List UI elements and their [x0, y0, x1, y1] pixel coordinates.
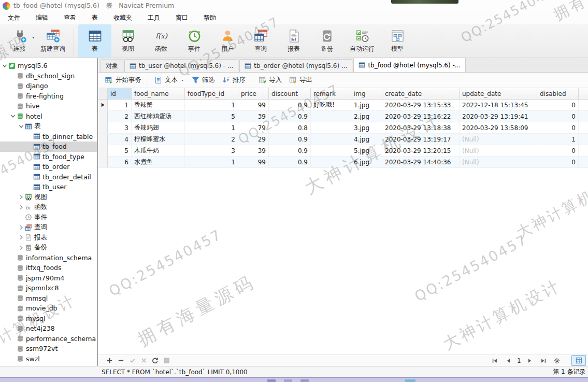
menu-item-4[interactable]: 收藏夹 — [106, 12, 140, 24]
toolbar-button-4[interactable]: f(x)函数 — [145, 24, 178, 58]
grid-cell-food_name[interactable]: 水煮鱼 — [132, 157, 185, 167]
grid-cell-disabled[interactable]: 0 — [537, 157, 579, 167]
sidebar-item-tb_order[interactable]: tb_order — [0, 162, 97, 172]
grid-cell-price[interactable]: 99 — [238, 157, 269, 167]
grid-cell-discount[interactable]: 0.8 — [269, 122, 311, 133]
dropdown-caret-icon[interactable] — [31, 36, 36, 39]
grid-cell-price[interactable]: 79 — [238, 122, 269, 133]
table-row[interactable]: 6水煮鱼1990.96.jpg2020-03-29 14:40:36(Null)… — [98, 157, 588, 168]
grid-cell-update_date[interactable]: 2022-12-18 15:13:45 — [460, 100, 537, 110]
grid-cell-disabled[interactable]: 1 — [537, 134, 579, 145]
toolbar-button-10[interactable]: 自动运行 — [343, 24, 381, 58]
chevron-right-icon[interactable] — [18, 204, 25, 210]
grid-cell-update_date[interactable]: 2020-03-29 13:19:41 — [460, 111, 537, 122]
sidebar-item-视图[interactable]: 视图 — [0, 192, 97, 203]
chevron-right-icon[interactable] — [18, 224, 25, 231]
sidebar-item-tb_user[interactable]: tb_user — [0, 182, 97, 192]
chevron-down-icon[interactable] — [9, 113, 17, 119]
delete-record-button[interactable] — [115, 356, 126, 365]
grid-cell-update_date[interactable]: (Null) — [460, 145, 537, 156]
table-toolbar-排序[interactable]: 排序 — [219, 74, 249, 86]
sidebar-item-performance_schema[interactable]: performance_schema — [0, 334, 97, 344]
chevron-right-icon[interactable] — [18, 234, 25, 240]
table-row[interactable]: 5木瓜牛奶3390.95.jpg2020-03-29 13:20:15(Null… — [98, 145, 588, 157]
row-gutter[interactable] — [98, 100, 108, 110]
table-toolbar-导出[interactable]: 导出 — [285, 74, 316, 86]
grid-cell-create_date[interactable]: 2020-03-29 13:18:38 — [382, 122, 460, 133]
header-cell-remark[interactable]: remark — [311, 88, 351, 99]
grid-cell-id[interactable]: 4 — [108, 134, 132, 145]
grid-cell-foodType_id[interactable]: 2 — [185, 134, 238, 145]
grid-cell-foodType_id[interactable]: 1 — [185, 157, 238, 167]
toolbar-button-6[interactable]: 用户 — [211, 24, 244, 58]
grid-cell-id[interactable]: 2 — [108, 111, 132, 122]
row-gutter[interactable] — [98, 134, 108, 145]
grid-cell-foodType_id[interactable]: 3 — [185, 145, 238, 156]
sidebar-item-tb_food_type[interactable]: tb_food_type — [0, 152, 97, 162]
grid-view-toggle[interactable] — [571, 355, 586, 366]
sidebar-item-itfxq_foods[interactable]: itfxq_foods — [0, 263, 97, 273]
sidebar-item-net4j238[interactable]: net4j238 — [0, 323, 97, 334]
header-cell-img[interactable]: img — [351, 88, 382, 99]
grid-cell-id[interactable]: 6 — [108, 157, 132, 167]
grid-cell-price[interactable]: 39 — [238, 111, 269, 122]
sidebar-item-jspm790m4[interactable]: jspm790m4 — [0, 273, 97, 284]
sidebar-item-mysql5.6[interactable]: mysql5.6 — [0, 61, 97, 71]
grid-cell-food_name[interactable]: 西红柿鸡蛋汤 — [132, 111, 185, 122]
menu-item-6[interactable]: 窗口 — [168, 12, 196, 24]
row-gutter[interactable] — [98, 122, 108, 133]
grid-cell-remark[interactable] — [311, 145, 351, 156]
header-cell-disabled[interactable]: disabled — [537, 88, 579, 99]
grid-cell-discount[interactable]: 0.9 — [269, 134, 311, 145]
grid-cell-img[interactable]: 4.jpg — [351, 134, 382, 145]
grid-cell-price[interactable]: 99 — [238, 100, 269, 110]
sidebar-item-django[interactable]: django — [0, 81, 97, 91]
grid-cell-remark[interactable]: 好吃哦! — [311, 100, 351, 110]
row-gutter[interactable] — [98, 157, 108, 167]
toolbar-button-9[interactable]: 备份 — [310, 24, 343, 58]
menu-item-1[interactable]: 编辑 — [28, 12, 56, 24]
menu-item-5[interactable]: 工具 — [140, 12, 168, 24]
grid-cell-discount[interactable]: 0.9 — [269, 157, 311, 167]
table-row[interactable]: 4柠檬蜂蜜水2290.94.jpg2020-03-29 13:19:17(Nul… — [98, 134, 588, 145]
sidebar-item-movie_db[interactable]: movie_db — [0, 303, 97, 314]
grid-cell-update_date[interactable]: (Null) — [460, 157, 537, 167]
sidebar-item-swzl[interactable]: swzl — [0, 354, 97, 364]
grid-cell-foodType_id[interactable]: 1 — [185, 122, 238, 133]
sidebar-splitter[interactable] — [97, 58, 98, 366]
toolbar-button-7[interactable]: 查询 — [244, 24, 277, 58]
grid-cell-img[interactable]: 2.jpg — [351, 111, 382, 122]
dropdown-caret-icon[interactable] — [180, 79, 184, 82]
tab-1[interactable]: tb_user @hotel (mysql5.6) - ... — [124, 59, 238, 72]
menu-item-7[interactable]: 帮助 — [196, 12, 224, 24]
previous-record-button[interactable] — [503, 356, 514, 365]
grid-cell-disabled[interactable]: 0 — [537, 122, 579, 133]
sidebar-item-hotel[interactable]: hotel — [0, 111, 97, 122]
table-toolbar-导入[interactable]: 导入 — [255, 74, 285, 86]
grid-cell-discount[interactable]: 0.9 — [269, 111, 311, 122]
grid-cell-food_name[interactable]: 香辣蟹 — [132, 100, 185, 110]
grid-cell-remark[interactable] — [311, 134, 351, 145]
grid-cell-create_date[interactable]: 2020-03-29 13:15:33 — [382, 100, 460, 110]
sidebar-item-mysql[interactable]: mysql — [0, 314, 97, 324]
sidebar-item-tb_order_detail[interactable]: tb_order_detail — [0, 172, 97, 182]
grid-cell-id[interactable]: 3 — [108, 122, 132, 133]
grid-cell-discount[interactable]: 0.9 — [269, 100, 311, 110]
grid-cell-food_name[interactable]: 香辣鸡翅 — [132, 122, 185, 133]
sidebar-item-报表[interactable]: 报表 — [0, 233, 97, 243]
grid-cell-price[interactable]: 29 — [238, 134, 269, 145]
chevron-right-icon[interactable] — [18, 194, 25, 200]
grid-cell-id[interactable]: 1 — [108, 100, 132, 110]
header-cell-price[interactable]: price — [238, 88, 269, 99]
grid-cell-create_date[interactable]: 2020-03-29 13:16:22 — [382, 111, 460, 122]
grid-cell-update_date[interactable]: (Null) — [460, 134, 537, 145]
chevron-down-icon[interactable] — [18, 123, 25, 130]
tab-3[interactable]: tb_food @hotel (mysql5.6) -... — [353, 58, 466, 72]
row-gutter[interactable] — [98, 145, 108, 156]
toolbar-button-5[interactable]: 事件 — [178, 24, 211, 58]
sidebar-item-表[interactable]: 表 — [0, 121, 97, 132]
table-row[interactable]: 3香辣鸡翅1790.83.jpg2020-03-29 13:18:382020-… — [98, 122, 588, 134]
grid-cell-price[interactable]: 39 — [238, 145, 269, 156]
toolbar-button-3[interactable]: 视图 — [111, 24, 145, 58]
table-toolbar-筛选[interactable]: 筛选 — [188, 74, 219, 86]
